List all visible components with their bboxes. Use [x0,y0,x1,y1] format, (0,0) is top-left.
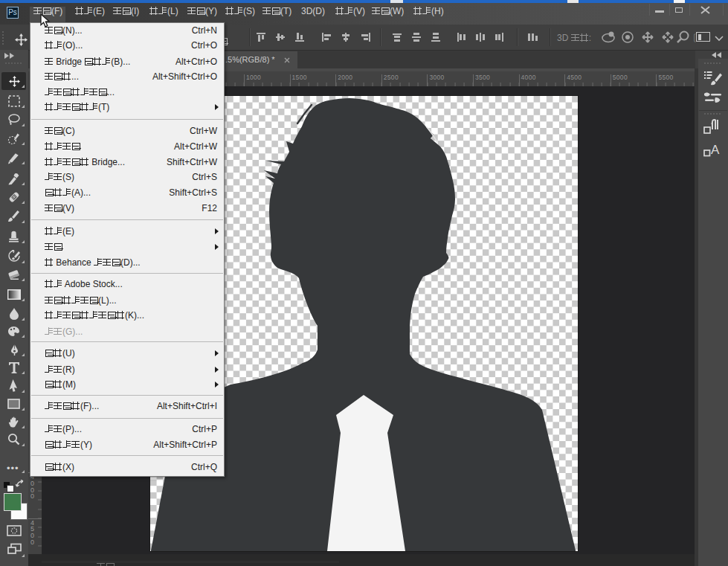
svg-text:A: A [711,143,720,157]
